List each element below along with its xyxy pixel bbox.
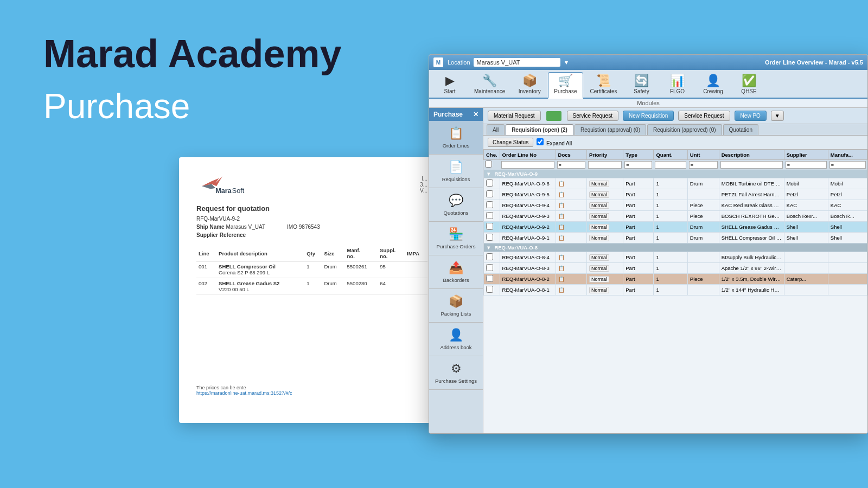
sidebar-item-order-lines[interactable]: 📋Order Lines <box>429 121 483 155</box>
col-header-7: Description <box>719 150 784 160</box>
cell-3-0[interactable] <box>484 285 500 296</box>
cell-3-4: Part <box>623 285 654 296</box>
sidebar-item-purchase-orders[interactable]: 🏪Purchase Orders <box>429 222 483 255</box>
table-row[interactable]: REQ-MarVUA-O-8-1📋NormalPart11/2" x 144" … <box>484 285 867 296</box>
module-btn-safety[interactable]: 🔄Safety <box>624 72 659 98</box>
cell-0-0[interactable] <box>484 178 500 189</box>
row-checkbox[interactable] <box>486 201 493 208</box>
location-dropdown-icon[interactable]: ▼ <box>564 59 570 66</box>
expand-all-checkbox[interactable] <box>537 138 544 145</box>
cell-3-2: 📋 <box>556 285 586 296</box>
tab-all[interactable]: All <box>487 124 505 135</box>
cell-2-3: Normal <box>587 274 623 285</box>
sidebar-label-quotations: Quotations <box>444 210 469 216</box>
sidebar-item-purchase-settings[interactable]: ⚙Purchase Settings <box>429 356 483 390</box>
sidebar-item-packing-lists[interactable]: 📦Packing Lists <box>429 289 483 323</box>
module-btn-maintenance[interactable]: 🔧Maintenance <box>468 72 511 98</box>
cell-4-5: 1 <box>654 222 687 233</box>
toolbar-row: Change Status Expand All <box>483 136 867 150</box>
module-btn-certificates[interactable]: 📜Certificates <box>584 72 623 98</box>
tab-quotation[interactable]: Quotation <box>723 124 758 135</box>
table-row[interactable]: REQ-MarVUA-O-9-5📋NormalPart1PETZL Fall A… <box>484 189 867 200</box>
module-btn-flgo[interactable]: 📊FLGO <box>660 72 695 98</box>
material-request-btn[interactable]: Material Request <box>488 111 541 121</box>
table-row[interactable]: REQ-MarVUA-O-9-6📋NormalPart1DrumMOBIL Tu… <box>484 178 867 189</box>
row-checkbox[interactable] <box>486 286 493 293</box>
new-po-btn[interactable]: New PO <box>735 111 767 121</box>
service-request2-btn[interactable]: Service Request <box>678 111 730 121</box>
cell-1-2: 📋 <box>556 263 586 274</box>
cell-0-0[interactable] <box>484 252 500 263</box>
tab-req-approval[interactable]: Requistion (approval) (0) <box>575 124 646 135</box>
cell-1-5: 1 <box>654 263 687 274</box>
filter-input-8[interactable] <box>786 161 827 169</box>
location-input[interactable] <box>474 58 560 67</box>
change-status-btn[interactable]: Change Status <box>488 138 533 147</box>
table-row[interactable]: REQ-MarVUA-O-9-3📋NormalPart1PieceBOSCH R… <box>484 211 867 222</box>
module-btn-start[interactable]: ▶Start <box>432 72 467 98</box>
service-request-btn[interactable]: Service Request <box>567 111 618 121</box>
cell-2-0[interactable] <box>484 274 500 285</box>
sidebar-close-icon[interactable]: ✕ <box>473 111 478 118</box>
row-checkbox[interactable] <box>486 253 493 260</box>
cell-3-6 <box>687 285 719 296</box>
filter-input-6[interactable] <box>689 161 718 169</box>
cell-3-5: 1 <box>654 285 687 296</box>
sidebar-item-quotations[interactable]: 💬Quotations <box>429 188 483 222</box>
new-po-dropdown[interactable]: ▼ <box>771 111 784 121</box>
group-expand-icon-1[interactable]: ▼ <box>486 245 491 251</box>
doc-imo: IMO 9876543 <box>287 224 320 230</box>
sidebar-item-backorders[interactable]: 📤Backorders <box>429 255 483 289</box>
doc-footer-link[interactable]: https://maradonline-uat.marad.ms:31527/#… <box>196 390 427 396</box>
module-btn-purchase[interactable]: 🛒Purchase <box>548 72 583 99</box>
module-icon-maintenance: 🔧 <box>482 75 497 87</box>
filter-input-7[interactable] <box>720 161 783 169</box>
cell-3-0[interactable] <box>484 211 500 222</box>
module-btn-inventory[interactable]: 📦Inventory <box>512 72 547 98</box>
group-expand-icon-0[interactable]: ▼ <box>486 171 491 177</box>
module-btn-qhse[interactable]: ✅QHSE <box>732 72 767 98</box>
filter-input-9[interactable] <box>829 161 866 169</box>
cell-2-0[interactable] <box>484 200 500 211</box>
row-checkbox[interactable] <box>486 223 493 230</box>
tab-req-approved[interactable]: Requisition (approved) (0) <box>647 124 722 135</box>
row-checkbox[interactable] <box>486 190 493 197</box>
table-row[interactable]: REQ-MarVUA-O-8-4📋NormalPart1BISupply Bul… <box>484 252 867 263</box>
row-checkbox[interactable] <box>486 275 493 282</box>
row-checkbox[interactable] <box>486 179 493 187</box>
table-head: Che.Order Line NoDocsPriorityTypeQuant.U… <box>484 150 867 170</box>
module-btn-crewing[interactable]: 👤Crewing <box>696 72 731 98</box>
cell-1-0[interactable] <box>484 263 500 274</box>
cell-1-7: PETZL Fall Arrest Harness <box>719 189 784 200</box>
cell-5-4: Part <box>623 233 654 243</box>
filter-input-5[interactable] <box>655 161 686 169</box>
select-all-checkbox[interactable] <box>485 160 492 168</box>
tab-req-open[interactable]: Requisition (open) (2) <box>506 124 573 135</box>
filter-input-2[interactable] <box>557 161 585 169</box>
table-row[interactable]: REQ-MarVUA-O-9-1📋NormalPart1DrumSHELL Co… <box>484 233 867 243</box>
cell-0-8 <box>784 252 828 263</box>
module-icon-flgo: 📊 <box>670 75 685 87</box>
row-checkbox[interactable] <box>486 212 493 219</box>
table-row[interactable]: REQ-MarVUA-O-9-4📋NormalPart1PieceKAC Red… <box>484 200 867 211</box>
new-requisition-btn[interactable]: New Requisition <box>623 111 674 121</box>
sidebar-item-requisitions[interactable]: 📄Requisitions <box>429 155 483 188</box>
table-row[interactable]: REQ-MarVUA-O-8-2📋NormalPart1Piece1/2" x … <box>484 274 867 285</box>
filter-input-3[interactable] <box>588 161 622 169</box>
sidebar-item-address-book[interactable]: 👤Address book <box>429 323 483 356</box>
module-label-maintenance: Maintenance <box>474 88 505 94</box>
cell-1-0[interactable] <box>484 189 500 200</box>
table-row[interactable]: REQ-MarVUA-O-9-2📋NormalPart1DrumSHELL Gr… <box>484 222 867 233</box>
sidebar-icon-address-book: 👤 <box>449 328 463 342</box>
table-row[interactable]: REQ-MarVUA-O-8-3📋NormalPart1Apache 1/2" … <box>484 263 867 274</box>
row-checkbox[interactable] <box>486 234 493 241</box>
cell-2-1: REQ-MarVUA-O-8-2 <box>500 274 556 285</box>
filter-input-4[interactable] <box>624 161 652 169</box>
cell-4-0[interactable] <box>484 222 500 233</box>
data-table-wrapper[interactable]: Che.Order Line NoDocsPriorityTypeQuant.U… <box>483 150 867 433</box>
doc-col-product: Product description <box>216 246 304 261</box>
cell-5-0[interactable] <box>484 233 500 243</box>
filter-input-1[interactable] <box>501 161 554 169</box>
row-checkbox[interactable] <box>486 264 493 271</box>
cell-3-3: Normal <box>587 285 623 296</box>
